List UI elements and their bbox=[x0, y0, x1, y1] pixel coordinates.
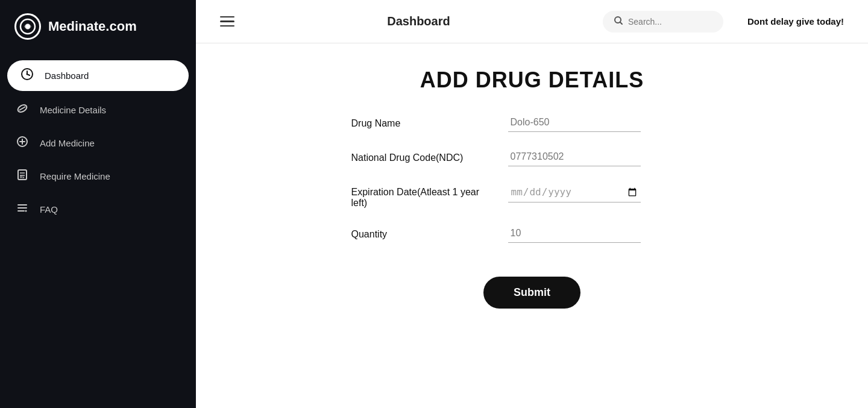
svg-text:Rx: Rx bbox=[20, 175, 25, 179]
submit-row: Submit bbox=[351, 265, 713, 309]
drug-name-field-wrap bbox=[508, 115, 713, 132]
drug-name-label: Drug Name bbox=[351, 115, 484, 129]
sidebar-item-add-medicine[interactable]: Add Medicine bbox=[0, 127, 196, 160]
drug-name-input[interactable] bbox=[508, 115, 641, 132]
quantity-label: Quantity bbox=[351, 225, 484, 240]
sidebar-item-dashboard-label: Dashboard bbox=[45, 71, 89, 81]
sidebar-nav: Dashboard Medicine Details Add Medici bbox=[0, 53, 196, 231]
search-bar[interactable] bbox=[603, 11, 723, 33]
form-area: ADD DRUG DETAILS Drug Name National Drug… bbox=[196, 43, 868, 408]
dashboard-icon bbox=[19, 67, 35, 84]
logo-icon bbox=[14, 13, 41, 40]
svg-point-16 bbox=[25, 210, 27, 212]
svg-point-3 bbox=[27, 74, 28, 75]
topbar: Dashboard Dont delay give today! bbox=[196, 0, 868, 43]
hamburger-menu-button[interactable] bbox=[220, 16, 234, 27]
drug-details-form: Drug Name National Drug Code(NDC) Expira… bbox=[351, 115, 713, 309]
expiration-date-label: Expiration Date(Atleast 1 year left) bbox=[351, 183, 484, 209]
logo-text: Medinate.com bbox=[48, 19, 137, 34]
expiration-date-row: Expiration Date(Atleast 1 year left) bbox=[351, 183, 713, 209]
main-content: Dashboard Dont delay give today! ADD DRU… bbox=[196, 0, 868, 408]
sidebar-item-add-medicine-label: Add Medicine bbox=[40, 138, 95, 148]
medicine-details-icon bbox=[14, 102, 30, 118]
faq-icon bbox=[14, 201, 30, 218]
sidebar: Medinate.com Dashboard Medicine Deta bbox=[0, 0, 196, 408]
ndc-label: National Drug Code(NDC) bbox=[351, 149, 484, 163]
ndc-row: National Drug Code(NDC) bbox=[351, 149, 713, 166]
svg-line-5 bbox=[19, 107, 25, 110]
page-title: Dashboard bbox=[247, 14, 591, 28]
ndc-field-wrap bbox=[508, 149, 713, 166]
topbar-cta: Dont delay give today! bbox=[747, 16, 844, 27]
add-medicine-icon bbox=[14, 135, 30, 151]
expiration-date-input[interactable] bbox=[508, 183, 641, 202]
sidebar-item-medicine-details-label: Medicine Details bbox=[40, 105, 106, 115]
require-medicine-icon: Rx bbox=[14, 168, 30, 184]
sidebar-item-require-medicine[interactable]: Rx Require Medicine bbox=[0, 160, 196, 193]
quantity-field-wrap bbox=[508, 225, 713, 243]
svg-point-1 bbox=[25, 24, 30, 29]
search-icon bbox=[614, 16, 623, 28]
sidebar-item-faq-label: FAQ bbox=[40, 204, 58, 215]
sidebar-item-dashboard[interactable]: Dashboard bbox=[7, 60, 189, 91]
sidebar-item-faq[interactable]: FAQ bbox=[0, 193, 196, 226]
submit-button[interactable]: Submit bbox=[483, 277, 580, 309]
quantity-input[interactable] bbox=[508, 225, 641, 243]
sidebar-logo: Medinate.com bbox=[0, 0, 196, 53]
drug-name-row: Drug Name bbox=[351, 115, 713, 132]
quantity-row: Quantity bbox=[351, 225, 713, 243]
expiration-date-field-wrap bbox=[508, 183, 713, 202]
sidebar-item-require-medicine-label: Require Medicine bbox=[40, 171, 110, 181]
form-title: ADD DRUG DETAILS bbox=[420, 67, 644, 93]
sidebar-item-medicine-details[interactable]: Medicine Details bbox=[0, 93, 196, 127]
search-input[interactable] bbox=[628, 17, 706, 27]
ndc-input[interactable] bbox=[508, 149, 641, 166]
svg-line-18 bbox=[620, 22, 622, 24]
